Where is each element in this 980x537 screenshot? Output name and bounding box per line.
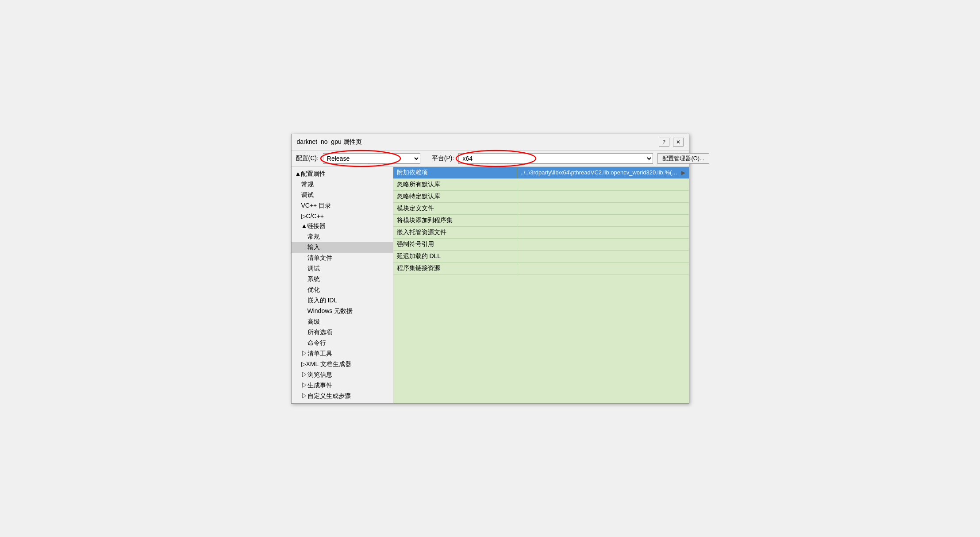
config-dropdown[interactable]: Release <box>323 153 420 164</box>
prop-value <box>517 251 689 262</box>
prop-value <box>517 227 689 238</box>
tree-item-xml-doc[interactable]: ▷XML 文档生成器 <box>292 359 393 370</box>
tree-item-cpp[interactable]: ▷C/C++ <box>292 211 393 221</box>
tree-item-debug[interactable]: 调试 <box>292 190 393 201</box>
prop-row[interactable]: 强制符号引用 <box>393 239 689 251</box>
prop-name: 忽略所有默认库 <box>393 179 517 190</box>
tree-item-config-props[interactable]: ▲配置属性 <box>292 169 393 179</box>
prop-row[interactable]: 忽略特定默认库 <box>393 191 689 203</box>
tree-item-vc-dirs[interactable]: VC++ 目录 <box>292 201 393 211</box>
prop-name: 强制符号引用 <box>393 239 517 250</box>
prop-name: 嵌入托管资源文件 <box>393 227 517 238</box>
main-content: ▲配置属性常规调试VC++ 目录▷C/C++▲链接器常规输入清单文件调试系统优化… <box>292 167 689 403</box>
prop-value <box>517 203 689 214</box>
tree-item-cmdline[interactable]: 命令行 <box>292 338 393 348</box>
tree-item-system[interactable]: 系统 <box>292 274 393 285</box>
close-button[interactable]: ✕ <box>673 138 684 147</box>
tree-item-manifest-tool[interactable]: ▷清单工具 <box>292 348 393 359</box>
prop-row[interactable]: 将模块添加到程序集 <box>393 215 689 227</box>
prop-value <box>517 239 689 250</box>
prop-value[interactable]: ..\..\3rdparty\lib\x64\pthreadVC2.lib;op… <box>517 167 689 178</box>
tree-item-general[interactable]: 常规 <box>292 179 393 190</box>
tree-item-custom-build[interactable]: ▷自定义生成步骤 <box>292 391 393 402</box>
prop-name: 程序集链接资源 <box>393 263 517 274</box>
tree-panel: ▲配置属性常规调试VC++ 目录▷C/C++▲链接器常规输入清单文件调试系统优化… <box>292 167 393 403</box>
tree-item-linker-general[interactable]: 常规 <box>292 232 393 242</box>
tree-item-all-options[interactable]: 所有选项 <box>292 327 393 338</box>
tree-item-linker-input[interactable]: 输入 <box>292 242 393 253</box>
prop-value <box>517 179 689 190</box>
help-button[interactable]: ? <box>659 138 669 147</box>
tree-item-browse-info[interactable]: ▷浏览信息 <box>292 370 393 380</box>
dialog-title: darknet_no_gpu 属性页 <box>297 138 362 146</box>
prop-row[interactable]: 延迟加载的 DLL <box>393 251 689 263</box>
config-manager-button[interactable]: 配置管理器(O)... <box>657 153 709 164</box>
prop-name: 忽略特定默认库 <box>393 191 517 202</box>
tree-item-idl[interactable]: 嵌入的 IDL <box>292 295 393 306</box>
scroll-indicator: ▶ <box>681 170 685 176</box>
tree-item-optimize[interactable]: 优化 <box>292 285 393 295</box>
prop-value <box>517 263 689 274</box>
title-bar: darknet_no_gpu 属性页 ? ✕ <box>292 134 689 151</box>
prop-row[interactable]: 模块定义文件 <box>393 203 689 215</box>
prop-name: 延迟加载的 DLL <box>393 251 517 262</box>
title-bar-buttons: ? ✕ <box>659 138 684 147</box>
prop-value <box>517 215 689 226</box>
prop-value <box>517 191 689 202</box>
props-panel: 附加依赖项..\..\3rdparty\lib\x64\pthreadVC2.l… <box>393 167 689 403</box>
prop-row[interactable]: 附加依赖项..\..\3rdparty\lib\x64\pthreadVC2.l… <box>393 167 689 179</box>
property-dialog: darknet_no_gpu 属性页 ? ✕ 配置(C): Release 平台… <box>291 134 689 404</box>
platform-label: 平台(P): <box>432 155 454 162</box>
prop-row[interactable]: 忽略所有默认库 <box>393 179 689 191</box>
tree-item-advanced[interactable]: 高级 <box>292 317 393 327</box>
config-bar: 配置(C): Release 平台(P): x64 配置 <box>292 151 689 167</box>
prop-name: 将模块添加到程序集 <box>393 215 517 226</box>
tree-item-build-events[interactable]: ▷生成事件 <box>292 380 393 391</box>
tree-item-manifest[interactable]: 清单文件 <box>292 253 393 263</box>
config-label: 配置(C): <box>296 155 319 162</box>
prop-row[interactable]: 程序集链接资源 <box>393 263 689 274</box>
platform-dropdown[interactable]: x64 <box>458 153 653 164</box>
tree-item-linker-debug[interactable]: 调试 <box>292 263 393 274</box>
prop-row[interactable]: 嵌入托管资源文件 <box>393 227 689 239</box>
tree-item-linker[interactable]: ▲链接器 <box>292 221 393 232</box>
prop-name: 模块定义文件 <box>393 203 517 214</box>
prop-name: 附加依赖项 <box>393 167 517 178</box>
tree-item-win-meta[interactable]: Windows 元数据 <box>292 306 393 317</box>
